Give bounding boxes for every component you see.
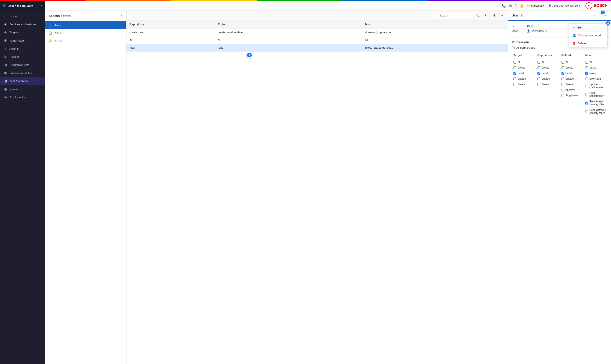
col-header-misc: Misc xyxy=(362,21,508,28)
notification-icon[interactable]: 🔔 xyxy=(520,4,524,8)
table-row[interactable]: create, read create, read, update, ... d… xyxy=(126,28,508,36)
share-icon[interactable]: ⇗ xyxy=(496,4,499,8)
user-account-button[interactable]: 👤 John.Doe@domain.com xyxy=(548,4,580,7)
sidebar-label-home: Home xyxy=(9,14,17,18)
sidebar-item-software-modules[interactable]: ⊞ Software modules xyxy=(0,69,45,77)
rollout-approve-checkbox[interactable] xyxy=(561,89,564,91)
search-button[interactable]: 🔍 xyxy=(474,13,481,18)
misc-users-checkbox[interactable] xyxy=(585,66,588,69)
perm-item: Update configuration xyxy=(583,82,608,90)
perm-item: Delete xyxy=(512,82,536,87)
misc-roles-checkbox[interactable] xyxy=(585,72,588,75)
sub-nav-item-users[interactable]: 👤 Users xyxy=(45,21,126,29)
misc-all-label: All xyxy=(589,61,592,64)
misc-download-checkbox[interactable] xyxy=(585,78,588,80)
oauth2-label: OAuth2 xyxy=(54,39,63,43)
sidebar-item-rollouts[interactable]: ↻ Rollouts xyxy=(0,53,45,61)
sub-nav: 👤 Users 📋 Roles 🔑 OAuth2 xyxy=(45,21,126,45)
repo-update-checkbox[interactable] xyxy=(538,78,540,80)
col-header-repository: Repository xyxy=(126,21,215,28)
target-create-checkbox[interactable] xyxy=(514,66,516,69)
search-input[interactable] xyxy=(438,13,472,18)
rollout-create-label: Create xyxy=(566,66,573,69)
settings-button[interactable]: ⚙ xyxy=(491,13,498,18)
target-all-label: All xyxy=(517,61,520,64)
sidebar-item-services[interactable]: ◈ Services and features xyxy=(0,20,45,28)
target-update-checkbox[interactable] xyxy=(514,78,516,80)
copy-id-icon[interactable]: ⧉ xyxy=(531,24,533,27)
all-permissions-label: All permissions xyxy=(516,46,535,49)
perm-item: Users xyxy=(583,65,608,70)
sidebar-item-distribution-sets[interactable]: ◫ Distribution sets xyxy=(0,61,45,69)
access-panel-close-icon[interactable]: × xyxy=(121,13,123,18)
repo-create-checkbox[interactable] xyxy=(538,66,540,69)
misc-read-gateway-token-checkbox[interactable] xyxy=(585,110,588,113)
sub-nav-item-roles[interactable]: 📋 Roles xyxy=(45,29,126,37)
cell-misc: all xyxy=(362,36,508,44)
target-all-checkbox[interactable] xyxy=(514,61,516,64)
refresh-button[interactable]: ↻ xyxy=(483,13,489,18)
repo-create-label: Create xyxy=(542,66,549,69)
misc-read-target-token-checkbox[interactable] xyxy=(585,102,588,104)
sidebar-item-access-control[interactable]: ⚿ Access control xyxy=(0,77,45,85)
context-menu-item-edit[interactable]: ✏ Edit xyxy=(569,24,607,31)
perm-item: Create xyxy=(512,65,536,70)
all-permissions-checkbox[interactable] xyxy=(512,46,514,49)
rollout-update-checkbox[interactable] xyxy=(561,78,564,80)
sidebar-item-actions[interactable]: ▷ Actions xyxy=(0,45,45,53)
layout-icon[interactable]: ⊞ xyxy=(509,4,512,8)
copy-username-icon[interactable]: ⧉ xyxy=(545,29,547,33)
perm-item: Update xyxy=(536,76,560,81)
repo-read-checkbox[interactable] xyxy=(538,72,540,75)
sub-nav-item-oauth2[interactable]: 🔑 OAuth2 xyxy=(45,37,126,45)
step-badge-3: 3 xyxy=(606,21,610,25)
context-menu-item-change-password[interactable]: 👤 Change password xyxy=(569,31,607,39)
user-detail-panel: User i − ⤡ 2 × xyxy=(508,11,611,364)
rollout-delete-checkbox[interactable] xyxy=(561,83,564,86)
perm-item: All xyxy=(583,60,608,65)
sidebar-label-configuration: Configuration xyxy=(9,96,26,99)
rollout-read-checkbox[interactable] xyxy=(561,72,564,75)
target-read-checkbox[interactable] xyxy=(514,72,516,75)
perm-item: Read xyxy=(536,71,560,76)
sidebar-item-quotas[interactable]: ◑ Quotas xyxy=(0,85,45,93)
sidebar-item-configuration[interactable]: ⚙ Configuration xyxy=(0,93,45,101)
minimize-button[interactable]: − xyxy=(592,13,596,18)
app-branding: ⚙ Bosch IoT Rollouts × xyxy=(0,1,45,11)
repo-all-checkbox[interactable] xyxy=(538,61,540,64)
rollout-create-checkbox[interactable] xyxy=(561,66,564,69)
header-actions: − ⤡ 2 × xyxy=(592,13,608,18)
rollout-all-checkbox[interactable] xyxy=(561,61,564,64)
table-row[interactable]: all all all xyxy=(126,36,508,44)
perm-item: Update xyxy=(560,76,584,81)
misc-update-config-label: Update configuration xyxy=(589,83,606,89)
misc-read-config-checkbox[interactable] xyxy=(585,93,588,96)
add-button[interactable]: + xyxy=(500,13,505,18)
app-title: Bosch IoT Rollouts xyxy=(8,4,33,8)
maximize-button[interactable]: ⤡ 2 xyxy=(598,13,602,18)
bosch-text: BOSCH xyxy=(594,3,608,8)
table-row[interactable]: read read roles, read target sec... xyxy=(126,44,508,52)
context-menu-item-delete[interactable]: 🗑 Delete xyxy=(569,39,607,47)
misc-users-label: Users xyxy=(589,66,596,69)
section-icon[interactable]: § xyxy=(515,4,517,8)
misc-update-config-checkbox[interactable] xyxy=(585,85,588,87)
user-icon: 👤 xyxy=(548,4,551,7)
subscription-button[interactable]: 📁 Subscription xyxy=(527,4,545,7)
sidebar-item-home[interactable]: ⌂ Home xyxy=(0,12,45,20)
perm-col-target: All Create Read Update Delete xyxy=(512,60,536,116)
sidebar-item-targets[interactable]: ⊙ Targets xyxy=(0,28,45,36)
table-area: 🔍 ↻ ⚙ + Repository Rollout Misc xyxy=(126,11,508,364)
sidebar-item-target-filters[interactable]: ⊛ Target filters xyxy=(0,36,45,45)
content-area: Access control × 👤 Users 📋 Roles 🔑 OAuth… xyxy=(45,11,611,364)
app-close-icon[interactable]: × xyxy=(41,4,42,8)
target-delete-checkbox[interactable] xyxy=(514,83,516,86)
perm-item: All xyxy=(560,60,584,65)
repo-delete-checkbox[interactable] xyxy=(538,83,540,86)
target-filters-icon: ⊛ xyxy=(3,39,7,42)
phone-icon[interactable]: 📞 xyxy=(502,4,506,8)
roles-label: Roles xyxy=(54,31,61,35)
misc-all-checkbox[interactable] xyxy=(585,61,588,64)
repo-all-label: All xyxy=(542,61,544,64)
rollout-stop-checkbox[interactable] xyxy=(561,94,564,97)
